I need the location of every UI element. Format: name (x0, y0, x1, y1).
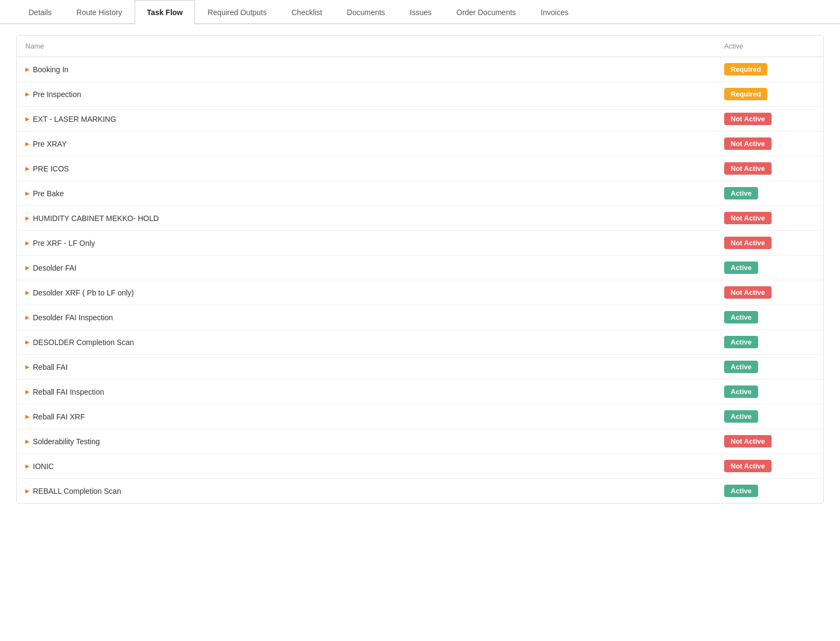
table-row: ▶PRE ICOSNot Active (17, 156, 823, 181)
name-cell: ▶Pre XRF - LF Only (25, 239, 707, 247)
name-cell: ▶Reball FAI Inspection (25, 388, 707, 396)
table-row: ▶Solderability TestingNot Active (17, 429, 823, 454)
table-row: ▶Reball FAI XRFActive (17, 404, 823, 429)
expand-icon[interactable]: ▶ (25, 438, 30, 444)
name-cell: ▶PRE ICOS (25, 164, 707, 173)
table-row: ▶DESOLDER Completion ScanActive (17, 330, 823, 355)
table-row: ▶Pre XRAYNot Active (17, 132, 823, 156)
row-name: HUMIDITY CABINET MEKKO- HOLD (33, 214, 159, 223)
tab-invoices[interactable]: Invoices (529, 0, 581, 24)
expand-icon[interactable]: ▶ (25, 290, 30, 295)
task-flow-table: Name Active ▶Booking InRequired▶Pre Insp… (17, 36, 823, 503)
status-badge[interactable]: Not Active (724, 137, 772, 150)
status-badge[interactable]: Not Active (724, 113, 772, 125)
row-name: Desolder FAI Inspection (33, 313, 113, 322)
table-row: ▶EXT - LASER MARKINGNot Active (17, 107, 823, 132)
name-cell: ▶REBALL Completion Scan (25, 487, 707, 495)
row-name: Reball FAI Inspection (33, 388, 104, 396)
status-badge[interactable]: Not Active (724, 162, 772, 175)
tab-order-documents[interactable]: Order Documents (444, 0, 528, 24)
status-badge[interactable]: Active (724, 261, 758, 274)
status-badge[interactable]: Active (724, 361, 758, 373)
status-badge[interactable]: Required (724, 88, 767, 100)
name-cell: ▶Pre Inspection (25, 90, 707, 99)
col-active: Active (716, 36, 823, 57)
table-row: ▶Desolder FAIActive (17, 256, 823, 280)
table-row: ▶Desolder XRF ( Pb to LF only)Not Active (17, 280, 823, 305)
status-badge[interactable]: Not Active (724, 460, 772, 472)
name-cell: ▶IONIC (25, 462, 707, 471)
status-badge[interactable]: Not Active (724, 212, 772, 224)
name-cell: ▶Desolder FAI (25, 264, 707, 272)
row-name: Booking In (33, 65, 68, 74)
expand-icon[interactable]: ▶ (25, 215, 30, 221)
tab-route-history[interactable]: Route History (64, 0, 135, 24)
tabs-bar: DetailsRoute HistoryTask FlowRequired Ou… (0, 0, 840, 24)
row-name: Pre Inspection (33, 90, 81, 99)
name-cell: ▶EXT - LASER MARKING (25, 115, 707, 123)
row-name: IONIC (33, 462, 54, 471)
expand-icon[interactable]: ▶ (25, 116, 30, 122)
expand-icon[interactable]: ▶ (25, 166, 30, 171)
row-name: Reball FAI XRF (33, 412, 85, 421)
name-cell: ▶Reball FAI XRF (25, 412, 707, 421)
table-row: ▶Booking InRequired (17, 57, 823, 82)
row-name: Pre XRF - LF Only (33, 239, 95, 247)
tab-issues[interactable]: Issues (398, 0, 444, 24)
tab-checklist[interactable]: Checklist (279, 0, 335, 24)
table-body: ▶Booking InRequired▶Pre InspectionRequir… (17, 57, 823, 504)
expand-icon[interactable]: ▶ (25, 141, 30, 147)
row-name: EXT - LASER MARKING (33, 115, 116, 123)
name-cell: ▶HUMIDITY CABINET MEKKO- HOLD (25, 214, 707, 223)
status-badge[interactable]: Not Active (724, 286, 772, 299)
expand-icon[interactable]: ▶ (25, 91, 30, 97)
table-row: ▶REBALL Completion ScanActive (17, 479, 823, 504)
table-row: ▶Reball FAIActive (17, 355, 823, 380)
expand-icon[interactable]: ▶ (25, 463, 30, 469)
name-cell: ▶Desolder XRF ( Pb to LF only) (25, 288, 707, 297)
table-row: ▶Reball FAI InspectionActive (17, 380, 823, 404)
status-badge[interactable]: Active (724, 336, 758, 348)
row-name: DESOLDER Completion Scan (33, 338, 134, 347)
expand-icon[interactable]: ▶ (25, 314, 30, 320)
tab-task-flow[interactable]: Task Flow (135, 0, 196, 24)
expand-icon[interactable]: ▶ (25, 240, 30, 246)
expand-icon[interactable]: ▶ (25, 364, 30, 370)
status-badge[interactable]: Active (724, 485, 758, 497)
table-row: ▶HUMIDITY CABINET MEKKO- HOLDNot Active (17, 206, 823, 231)
name-cell: ▶Pre Bake (25, 189, 707, 198)
status-badge[interactable]: Active (724, 187, 758, 199)
row-name: Pre Bake (33, 189, 64, 198)
tab-required-outputs[interactable]: Required Outputs (195, 0, 279, 24)
status-badge[interactable]: Required (724, 63, 767, 75)
row-name: Pre XRAY (33, 140, 67, 148)
row-name: Desolder FAI (33, 264, 77, 272)
row-name: Solderability Testing (33, 437, 100, 446)
status-badge[interactable]: Active (724, 410, 758, 423)
name-cell: ▶Solderability Testing (25, 437, 707, 446)
tab-documents[interactable]: Documents (335, 0, 398, 24)
status-badge[interactable]: Active (724, 311, 758, 323)
status-badge[interactable]: Active (724, 385, 758, 398)
expand-icon[interactable]: ▶ (25, 66, 30, 72)
expand-icon[interactable]: ▶ (25, 389, 30, 395)
row-name: PRE ICOS (33, 164, 69, 173)
row-name: REBALL Completion Scan (33, 487, 121, 495)
expand-icon[interactable]: ▶ (25, 265, 30, 271)
main-content: Name Active ▶Booking InRequired▶Pre Insp… (0, 24, 840, 514)
tab-details[interactable]: Details (16, 0, 64, 24)
expand-icon[interactable]: ▶ (25, 339, 30, 345)
table-row: ▶IONICNot Active (17, 454, 823, 479)
table-header: Name Active (17, 36, 823, 57)
table-row: ▶Desolder FAI InspectionActive (17, 305, 823, 330)
expand-icon[interactable]: ▶ (25, 413, 30, 419)
task-flow-table-container: Name Active ▶Booking InRequired▶Pre Insp… (16, 35, 824, 504)
expand-icon[interactable]: ▶ (25, 190, 30, 196)
name-cell: ▶Booking In (25, 65, 707, 74)
table-row: ▶Pre BakeActive (17, 181, 823, 206)
row-name: Desolder XRF ( Pb to LF only) (33, 288, 134, 297)
expand-icon[interactable]: ▶ (25, 488, 30, 494)
status-badge[interactable]: Not Active (724, 435, 772, 447)
name-cell: ▶DESOLDER Completion Scan (25, 338, 707, 347)
status-badge[interactable]: Not Active (724, 237, 772, 249)
